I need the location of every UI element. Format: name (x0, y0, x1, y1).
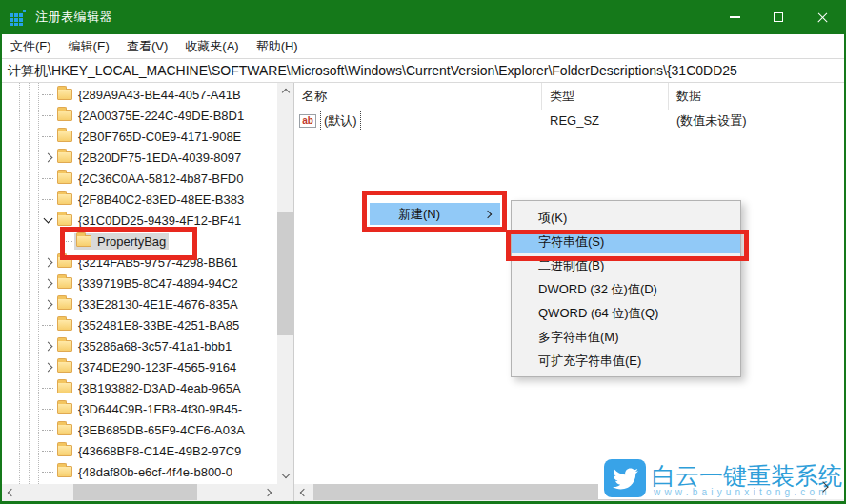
tree-item-body[interactable]: {2C36C0AA-5812-4b87-BFD0 (55, 171, 246, 187)
chevron-right-icon[interactable] (43, 278, 52, 288)
maximize-button[interactable] (756, 0, 800, 34)
tree-item[interactable]: {2B20DF75-1EDA-4039-8097 (2, 147, 277, 168)
tree-item-body[interactable]: {2B20DF75-1EDA-4039-8097 (55, 150, 244, 166)
tree-item[interactable]: {339719B5-8C47-4894-94C2 (2, 272, 277, 293)
folder-icon (57, 403, 72, 414)
chevron-right-icon[interactable] (43, 341, 52, 351)
chevron-right-icon[interactable] (43, 362, 52, 372)
address-bar[interactable]: 计算机\HKEY_LOCAL_MACHINE\SOFTWARE\Microsof… (2, 59, 844, 83)
expander-slot (40, 293, 55, 314)
tree-item-body[interactable]: {33E28130-4E1E-4676-835A (55, 296, 241, 312)
chevron-right-icon[interactable] (43, 152, 52, 162)
menu-help[interactable]: 帮助(H) (248, 34, 307, 58)
folder-icon (57, 424, 72, 435)
tree-item[interactable]: {352481E8-33BE-4251-BA85 (2, 314, 277, 335)
menu-item-new-label: 新建(N) (370, 206, 440, 223)
tree-horizontal-scrollbar[interactable] (2, 484, 293, 501)
value-row-default[interactable]: ab (默认) REG_SZ (数值未设置) (294, 110, 844, 131)
maximize-icon (774, 12, 783, 22)
annotation-box-string-value (506, 230, 749, 261)
tree-item-body[interactable]: {2A00375E-224C-49DE-B8D1 (55, 108, 247, 124)
tree-item-body[interactable]: {3EB685DB-65F9-4CF6-A03A (55, 422, 248, 438)
annotation-box-propertybag (60, 227, 197, 260)
tree-item[interactable]: {2B0F765D-C0E9-4171-908E (2, 126, 277, 147)
tree-item[interactable]: {3EB685DB-65F9-4CF6-A03A (2, 419, 277, 440)
tree-connector (42, 472, 53, 473)
tree-item-body[interactable]: {339719B5-8C47-4894-94C2 (55, 275, 241, 292)
tree-item[interactable]: {48daf80b-e6cf-4f4e-b800-0 (2, 461, 277, 482)
menu-file[interactable]: 文件(F) (2, 34, 60, 58)
expander-slot (40, 314, 55, 335)
bird-logo-icon (604, 459, 646, 497)
submenu-item[interactable]: DWORD (32 位)值(D) (512, 277, 740, 301)
folder-icon (57, 382, 72, 393)
tree-item-label: {3B193882-D3AD-4eab-965A (78, 381, 241, 395)
tree-item[interactable]: {3D644C9B-1FB8-4f30-9B45- (2, 398, 277, 419)
submenu-item[interactable]: QWORD (64 位)值(Q) (512, 301, 740, 325)
tree-item-body[interactable]: {48daf80b-e6cf-4f4e-b800-0 (55, 464, 235, 480)
tree-connector (42, 199, 53, 200)
tree-item[interactable]: {2F8B40C2-83ED-48EE-B383 (2, 189, 277, 210)
minimize-button[interactable] (713, 0, 756, 34)
tree-item-body[interactable]: {35286a68-3c57-41a1-bbb1 (55, 338, 234, 354)
scrollbar-thumb[interactable] (277, 212, 293, 335)
tree-item[interactable]: {374DE290-123F-4565-9164 (2, 356, 277, 377)
tree-connector (42, 388, 53, 389)
scroll-down-button[interactable] (277, 468, 293, 484)
chevron-down-icon[interactable] (43, 214, 52, 224)
folder-icon (57, 151, 72, 163)
chevron-right-icon[interactable] (43, 257, 52, 267)
close-button[interactable] (800, 0, 844, 34)
tree-item[interactable]: {35286a68-3c57-41a1-bbb1 (2, 335, 277, 356)
folder-icon (57, 298, 72, 310)
tree-item[interactable]: {33E28130-4E1E-4676-835A (2, 293, 277, 314)
submenu-item[interactable]: 多字符串值(M) (512, 325, 740, 349)
column-header-name[interactable]: 名称 (294, 83, 542, 110)
tree-item-body[interactable]: {3D644C9B-1FB8-4f30-9B45- (55, 401, 245, 417)
tree-item[interactable]: {3B193882-D3AD-4eab-965A (2, 377, 277, 398)
tree-item[interactable]: {43668BF8-C14E-49B2-97C9 (2, 440, 277, 461)
window-title: 注册表编辑器 (35, 9, 112, 26)
tree-item-body[interactable]: {43668BF8-C14E-49B2-97C9 (55, 443, 244, 459)
scrollbar-thumb[interactable] (73, 484, 197, 500)
tree-item-body[interactable]: {2B0F765D-C0E9-4171-908E (55, 129, 244, 145)
scroll-up-button[interactable] (277, 83, 293, 99)
tree-item[interactable]: {2A00375E-224C-49DE-B8D1 (2, 105, 277, 126)
folder-icon (57, 277, 72, 289)
tree-item-body[interactable]: {2F8B40C2-83ED-48EE-B383 (55, 192, 247, 208)
column-header-data[interactable]: 数据 (669, 83, 844, 110)
folder-icon (57, 340, 72, 352)
tree-vertical-scrollbar[interactable] (277, 83, 293, 484)
expander-slot (40, 356, 55, 377)
tree-item-body[interactable]: {289A9A43-BE44-4057-A41B (55, 87, 244, 103)
tree-connector (42, 430, 53, 431)
chevron-down-icon (281, 471, 289, 478)
submenu-item[interactable]: 可扩充字符串值(E) (512, 349, 740, 373)
menu-view[interactable]: 查看(V) (118, 34, 176, 58)
chevron-right-icon[interactable] (43, 299, 52, 309)
tree-item-body[interactable]: {31C0DD25-9439-4F12-BF41 (55, 212, 244, 229)
submenu-item[interactable]: 项(K) (512, 206, 740, 230)
expander-slot (40, 105, 55, 126)
menu-edit[interactable]: 编辑(E) (60, 34, 118, 58)
tree-item[interactable]: {2C36C0AA-5812-4b87-BFD0 (2, 168, 277, 189)
folder-icon (57, 110, 72, 121)
scroll-left-button[interactable] (2, 484, 18, 500)
new-submenu: 项(K)字符串值(S)二进制值(B)DWORD (32 位)值(D)QWORD … (511, 200, 741, 377)
menu-favorites[interactable]: 收藏夹(A) (176, 34, 247, 58)
tree-item-body[interactable]: {374DE290-123F-4565-9164 (55, 359, 239, 375)
tree-item-label: {3D644C9B-1FB8-4f30-9B45- (78, 402, 242, 416)
expander-slot (40, 210, 55, 231)
tree-item-body[interactable]: {3B193882-D3AD-4eab-965A (55, 380, 244, 396)
tree-item-body[interactable]: {352481E8-33BE-4251-BA85 (55, 317, 242, 333)
expander-slot (40, 335, 55, 356)
menu-item-new[interactable]: 新建(N) (370, 203, 500, 225)
tree-connector (42, 94, 53, 95)
scroll-right-button[interactable] (261, 484, 277, 500)
tree-item[interactable]: {289A9A43-BE44-4057-A41B (2, 84, 277, 105)
watermark: 白云一键重装系统 www.baiyunxitong.com (598, 445, 844, 499)
column-header-type[interactable]: 类型 (542, 83, 669, 110)
scroll-left-button[interactable] (294, 484, 311, 500)
tree-connector (42, 409, 53, 410)
tree-item-label: {48daf80b-e6cf-4f4e-b800-0 (78, 465, 232, 479)
